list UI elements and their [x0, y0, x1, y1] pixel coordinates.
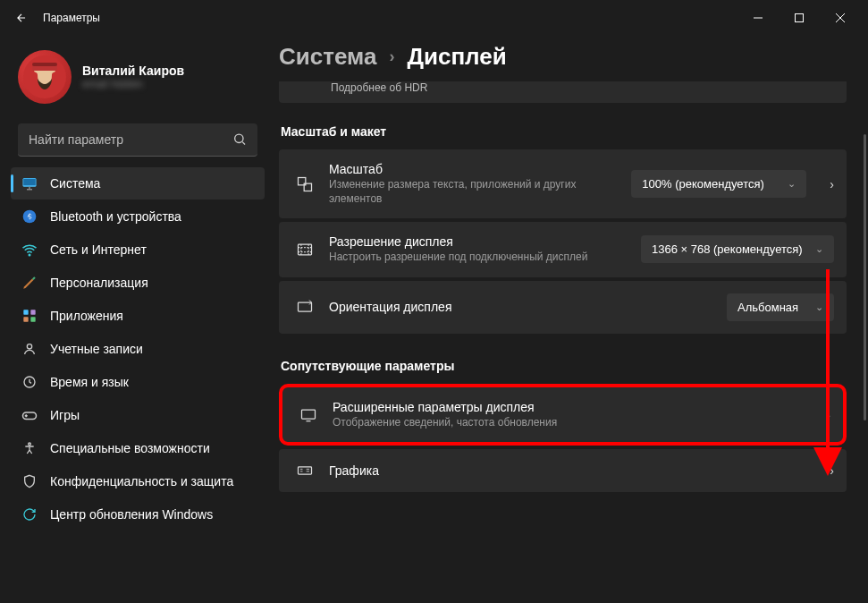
settings-window: Параметры Виталий Каиров email hidden	[0, 0, 868, 603]
svg-rect-12	[30, 317, 35, 321]
nav-system[interactable]: Система	[11, 167, 265, 200]
nav-list: Система Bluetooth и устройства Сеть и Ин…	[11, 167, 265, 531]
selector-value: 100% (рекомендуется)	[642, 177, 763, 191]
chevron-right-icon: ›	[389, 47, 394, 66]
scrollbar[interactable]	[864, 134, 866, 420]
orientation-icon	[295, 298, 315, 316]
setting-head: Расширенные параметры дисплея	[333, 400, 803, 414]
brush-icon	[21, 275, 38, 291]
setting-head: Разрешение дисплея	[329, 234, 627, 249]
setting-sub: Настроить разрешение под подключенный ди…	[329, 251, 597, 265]
svg-rect-11	[23, 317, 28, 321]
bluetooth-icon	[21, 208, 38, 225]
nav-personalization[interactable]: Персонализация	[11, 267, 265, 299]
nav-label: Учетные записи	[50, 342, 143, 356]
nav-time[interactable]: Время и язык	[11, 366, 265, 398]
orientation-selector[interactable]: Альбомная ⌄	[727, 293, 834, 321]
chevron-right-icon: ›	[830, 177, 834, 191]
nav-label: Время и язык	[50, 375, 129, 389]
nav-label: Центр обновления Windows	[50, 507, 213, 522]
svg-rect-9	[23, 310, 28, 314]
nav-gaming[interactable]: Игры	[11, 399, 265, 431]
content-area: Система › Дисплей Подробнее об HDR Масшт…	[268, 36, 868, 603]
nav-accessibility[interactable]: Специальные возможности	[11, 432, 265, 464]
svg-rect-3	[32, 63, 57, 66]
nav-label: Bluetooth и устройства	[50, 209, 181, 224]
svg-rect-0	[796, 14, 804, 22]
setting-head: Графика	[329, 463, 806, 478]
avatar	[18, 50, 72, 104]
setting-scale[interactable]: Масштаб Изменение размера текста, прилож…	[279, 149, 847, 218]
graphics-icon	[295, 462, 315, 480]
window-title: Параметры	[43, 12, 100, 24]
setting-resolution[interactable]: Разрешение дисплея Настроить разрешение …	[279, 222, 847, 277]
wifi-icon	[21, 242, 38, 258]
search-input[interactable]	[18, 123, 257, 157]
user-email: email hidden	[82, 78, 184, 90]
svg-rect-20	[299, 302, 312, 311]
scale-icon	[295, 175, 315, 193]
chevron-down-icon: ⌄	[815, 302, 823, 313]
update-icon	[21, 506, 38, 522]
setting-orientation[interactable]: Ориентация дисплея Альбомная ⌄	[279, 281, 847, 334]
gamepad-icon	[21, 407, 38, 423]
nav-accounts[interactable]: Учетные записи	[11, 333, 265, 365]
svg-rect-22	[299, 467, 312, 474]
maximize-button[interactable]	[779, 4, 820, 32]
breadcrumb-current: Дисплей	[407, 43, 506, 71]
scale-selector[interactable]: 100% (рекомендуется) ⌄	[631, 170, 806, 198]
chevron-right-icon: ›	[826, 408, 830, 422]
clock-icon	[21, 374, 38, 390]
shield-icon	[21, 473, 38, 489]
resolution-icon	[295, 241, 315, 259]
setting-sub: Изменение размера текста, приложений и д…	[329, 178, 597, 206]
nav-apps[interactable]: Приложения	[11, 300, 265, 332]
nav-label: Персонализация	[50, 276, 148, 290]
svg-rect-19	[299, 244, 312, 255]
monitor-icon	[21, 175, 38, 191]
resolution-selector[interactable]: 1366 × 768 (рекомендуется) ⌄	[641, 235, 834, 263]
minimize-button[interactable]	[737, 4, 779, 32]
svg-point-8	[29, 254, 30, 256]
titlebar: Параметры	[0, 0, 868, 36]
close-button[interactable]	[820, 4, 861, 32]
selector-value: 1366 × 768 (рекомендуется)	[652, 242, 803, 256]
svg-point-13	[27, 344, 31, 349]
nav-privacy[interactable]: Конфиденциальность и защита	[11, 465, 265, 497]
setting-advanced-display[interactable]: Расширенные параметры дисплея Отображени…	[279, 384, 847, 446]
user-icon	[21, 341, 38, 357]
nav-label: Сеть и Интернет	[50, 242, 147, 257]
section-scale-title: Масштаб и макет	[281, 124, 847, 139]
svg-rect-10	[30, 310, 35, 314]
section-related-title: Сопутствующие параметры	[281, 359, 847, 373]
hdr-link-cut[interactable]: Подробнее об HDR	[279, 81, 847, 103]
nav-label: Конфиденциальность и защита	[50, 474, 233, 488]
setting-graphics[interactable]: Графика ›	[279, 449, 847, 492]
nav-update[interactable]: Центр обновления Windows	[11, 498, 265, 531]
svg-rect-21	[302, 410, 316, 419]
nav-label: Специальные возможности	[50, 441, 210, 455]
nav-label: Игры	[50, 408, 80, 422]
setting-head: Ориентация дисплея	[329, 300, 712, 314]
svg-point-16	[29, 443, 31, 446]
nav-label: Система	[50, 176, 100, 191]
apps-icon	[21, 308, 38, 324]
sidebar: Виталий Каиров email hidden Система Blue…	[0, 36, 268, 603]
chevron-right-icon: ›	[830, 463, 834, 478]
user-profile[interactable]: Виталий Каиров email hidden	[11, 43, 265, 120]
search-box	[18, 123, 257, 157]
display-icon	[299, 406, 318, 424]
selector-value: Альбомная	[737, 301, 798, 314]
chevron-down-icon: ⌄	[815, 243, 823, 255]
back-button[interactable]	[7, 4, 36, 32]
svg-rect-6	[23, 179, 36, 186]
window-controls	[737, 4, 861, 32]
user-name: Виталий Каиров	[82, 64, 184, 78]
setting-sub: Отображение сведений, частота обновления	[333, 416, 803, 430]
breadcrumb-root[interactable]: Система	[279, 43, 376, 71]
nav-network[interactable]: Сеть и Интернет	[11, 234, 265, 266]
setting-head: Масштаб	[329, 162, 617, 176]
nav-bluetooth[interactable]: Bluetooth и устройства	[11, 200, 265, 233]
accessibility-icon	[21, 440, 38, 456]
breadcrumb: Система › Дисплей	[279, 43, 847, 71]
